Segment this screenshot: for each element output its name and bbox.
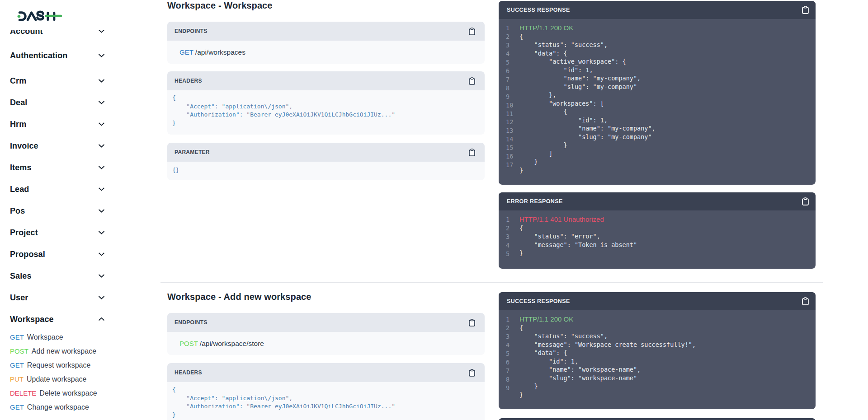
clipboard-icon [802, 297, 809, 305]
method-badge: DELETE [10, 389, 36, 397]
sidebar-item-label: Invoice [10, 141, 38, 150]
chevron-down-icon [98, 79, 105, 83]
endpoints-panel-header: ENDPOINTS [167, 313, 485, 332]
sidebar-item-label: Proposal [10, 250, 45, 259]
sidebar-item-deal[interactable]: Deal [10, 97, 105, 108]
chevron-down-icon [98, 29, 105, 33]
sidebar-item-authentication[interactable]: Authentication [10, 50, 105, 61]
section1-left-column: Workspace - Workspace ENDPOINTS GET /api… [167, 0, 485, 180]
sidebar-item-project[interactable]: Project [10, 227, 105, 238]
panel-title: ERROR RESPONSE [507, 198, 563, 205]
response-json: { "status": "success", "message": "Works… [519, 324, 696, 399]
clipboard-icon [802, 6, 809, 14]
panel-title: ENDPOINTS [175, 319, 208, 326]
dash-logo[interactable] [17, 9, 62, 22]
headers-panel-header: HEADERS [167, 363, 485, 382]
sidebar-item-label: User [10, 293, 28, 302]
sidebar-item-proposal[interactable]: Proposal [10, 249, 105, 260]
chevron-down-icon [98, 122, 105, 126]
sidebar-subitem-request-workspace[interactable]: GETRequest workspace [10, 360, 127, 370]
error-response-panel: ERROR RESPONSE [499, 418, 816, 420]
error-response-body: 1 2 3 4 5 HTTP/1.1 401 Unauthorized { "s… [499, 210, 816, 269]
sidebar-item-items[interactable]: Items [10, 162, 105, 173]
method-badge: GET [10, 361, 24, 369]
sidebar-item-workspace[interactable]: Workspace [10, 314, 105, 325]
copy-button[interactable] [469, 319, 475, 327]
sidebar-item-label: Hrm [10, 120, 26, 129]
sidebar-item-label: Authentication [10, 51, 67, 60]
logo-bar [0, 0, 136, 30]
sidebar-item-label: Lead [10, 185, 29, 194]
panel-title: SUCCESS RESPONSE [507, 7, 570, 13]
panel-title: ENDPOINTS [175, 28, 208, 34]
sidebar-subitem-update-workspace[interactable]: PUTUpdate workspace [10, 374, 127, 384]
sidebar-item-hrm[interactable]: Hrm [10, 119, 105, 130]
line-numbers: 1 2 3 4 5 6 7 8 9 10 11 12 13 14 15 16 1… [506, 24, 519, 174]
main-content: Workspace - Workspace ENDPOINTS GET /api… [160, 0, 823, 420]
sidebar-item-label: Items [10, 163, 32, 172]
page-title: Workspace - Add new workspace [167, 292, 485, 301]
success-response-panel: SUCCESS RESPONSE 1 2 3 4 5 6 7 8 9 HTTP/… [499, 292, 816, 409]
sidebar-item-user[interactable]: User [10, 292, 105, 303]
sidebar-item-sales[interactable]: Sales [10, 271, 105, 281]
chevron-down-icon [98, 166, 105, 169]
status-line: HTTP/1.1 200 OK [519, 315, 696, 324]
headers-code: { "Accept": "application\/json", "Author… [167, 90, 485, 135]
parameter-panel: PARAMETER {} [167, 143, 485, 180]
sidebar-item-lead[interactable]: Lead [10, 184, 105, 195]
endpoint-method: GET [179, 48, 193, 56]
endpoints-panel: ENDPOINTS GET /api/workspaces [167, 22, 485, 64]
subitem-label: Request workspace [27, 361, 91, 369]
status-line: HTTP/1.1 200 OK [519, 24, 656, 33]
sidebar-item-label: Sales [10, 271, 32, 280]
endpoint-row: POST /api/workspace/store [167, 332, 485, 355]
headers-panel: HEADERS { "Accept": "application\/json",… [167, 363, 485, 420]
copy-button[interactable] [469, 28, 475, 35]
endpoint-method: POST [179, 340, 198, 347]
sidebar-item-crm[interactable]: Crm [10, 75, 105, 86]
response-json: { "status": "error", "message": "Token i… [519, 224, 637, 257]
sidebar-item-label: Crm [10, 76, 26, 85]
sidebar: Account Authentication Crm Deal Hrm Invo… [0, 0, 136, 420]
chevron-down-icon [98, 209, 105, 213]
copy-button[interactable] [469, 149, 475, 156]
copy-button[interactable] [469, 77, 475, 85]
endpoint-path: /api/workspaces [195, 48, 245, 56]
response-json: { "status": "success", "data": { "active… [519, 33, 656, 175]
headers-code: { "Accept": "application\/json", "Author… [167, 382, 485, 420]
sidebar-subitem-add-new-workspace[interactable]: POSTAdd new workspace [10, 346, 127, 356]
clipboard-icon [802, 197, 809, 205]
sidebar-item-pos[interactable]: Pos [10, 205, 105, 216]
chevron-down-icon [98, 187, 105, 191]
sidebar-item-invoice[interactable]: Invoice [10, 140, 105, 151]
chevron-up-icon [98, 317, 105, 321]
sidebar-subitem-change-workspace[interactable]: GETChange workspace [10, 402, 127, 412]
panel-title: HEADERS [175, 78, 202, 84]
response-code: HTTP/1.1 200 OK { "status": "success", "… [519, 315, 696, 399]
sidebar-subitem-get-workspace[interactable]: GETWorkspace [10, 332, 127, 342]
clipboard-icon [469, 28, 475, 35]
status-line: HTTP/1.1 401 Unauthorized [519, 215, 637, 224]
copy-button[interactable] [802, 6, 809, 14]
copy-button[interactable] [469, 369, 475, 377]
endpoints-panel: ENDPOINTS POST /api/workspace/store [167, 313, 485, 355]
sidebar-item-label: Project [10, 228, 38, 237]
copy-button[interactable] [802, 297, 809, 305]
subitem-label: Delete workspace [39, 389, 97, 397]
success-response-body: 1 2 3 4 5 6 7 8 9 HTTP/1.1 200 OK { "sta… [499, 310, 816, 409]
method-badge: GET [10, 333, 24, 341]
subitem-label: Update workspace [27, 375, 87, 383]
chevron-down-icon [98, 296, 105, 299]
clipboard-icon [469, 77, 475, 85]
headers-panel-header: HEADERS [167, 71, 485, 90]
subitem-label: Workspace [27, 333, 63, 341]
error-response-header: ERROR RESPONSE [499, 192, 816, 210]
endpoint-path: /api/workspace/store [200, 340, 264, 348]
sidebar-subitem-delete-workspace[interactable]: DELETEDelete workspace [10, 388, 127, 398]
chevron-down-icon [98, 54, 105, 57]
copy-button[interactable] [802, 197, 809, 205]
sidebar-item-label: Workspace [10, 315, 54, 324]
method-badge: GET [10, 403, 24, 411]
success-response-header: SUCCESS RESPONSE [499, 1, 816, 19]
success-response-panel: SUCCESS RESPONSE 1 2 3 4 5 6 7 8 9 10 11… [499, 1, 816, 185]
